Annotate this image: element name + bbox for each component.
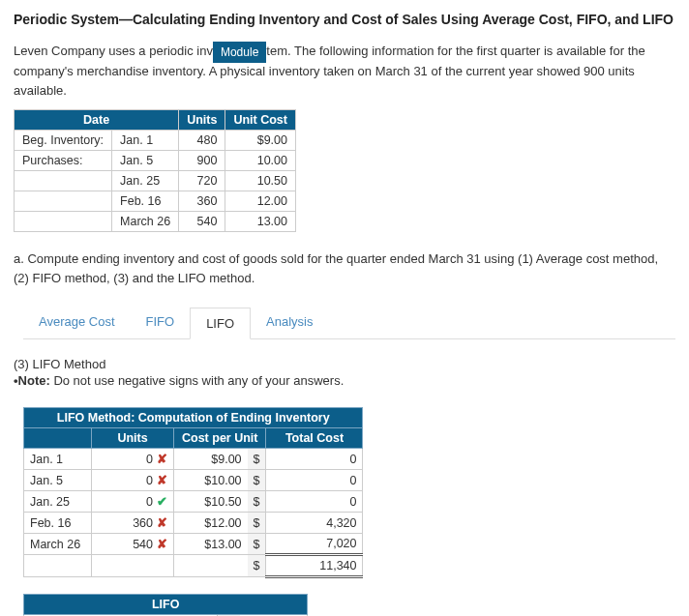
table-row: Beg. Inventory: Jan. 1 480 $9.00	[15, 131, 296, 151]
total-input[interactable]: 0	[266, 449, 363, 470]
col-unit-cost: Unit Cost	[225, 110, 296, 131]
table-row: Jan. 25 720 10.50	[15, 171, 296, 191]
intro-paragraph: Leven Company uses a periodic invModulet…	[14, 41, 675, 100]
units-input[interactable]: 540✘	[92, 534, 174, 555]
section-heading: (3) LIFO Method	[14, 357, 675, 371]
x-icon: ✘	[157, 538, 167, 551]
table-row: Jan. 5 0✘ $10.00 $ 0	[24, 470, 363, 491]
task-text: a. Compute ending inventory and cost of …	[14, 249, 675, 287]
note-text: •Note: Do not use negative signs with an…	[14, 373, 675, 388]
tab-fifo[interactable]: FIFO	[131, 307, 191, 338]
intro-before: Leven Company uses a periodic inv	[14, 44, 213, 58]
total-input[interactable]: 0	[266, 470, 363, 491]
table-row: Feb. 16 360✘ $12.00 $ 4,320	[24, 513, 363, 534]
units-input[interactable]: 0✘	[92, 449, 174, 470]
x-icon: ✘	[157, 516, 167, 530]
tab-lifo[interactable]: LIFO	[190, 308, 251, 339]
total-input[interactable]: 7,020	[266, 534, 363, 555]
x-icon: ✘	[157, 474, 167, 487]
check-icon: ✔	[157, 495, 167, 509]
sum-title: LIFO	[24, 595, 308, 615]
table-row: Jan. 25 0✔ $10.50 $ 0	[24, 491, 363, 513]
tab-analysis[interactable]: Analysis	[251, 307, 328, 338]
inventory-table: Date Units Unit Cost Beg. Inventory: Jan…	[14, 109, 296, 232]
total-input[interactable]: 4,320	[266, 513, 363, 534]
units-input[interactable]: 0✘	[92, 470, 174, 491]
tab-average-cost[interactable]: Average Cost	[23, 307, 131, 338]
method-tabs: Average Cost FIFO LIFO Analysis	[23, 307, 675, 339]
lifo-summary-table: LIFO Cost of goods available for sale $ …	[23, 594, 308, 616]
col-cpu: Cost per Unit	[174, 428, 266, 449]
units-input[interactable]: 0✔	[92, 491, 174, 513]
units-input[interactable]: 360✘	[92, 513, 174, 534]
table-row: Purchases: Jan. 5 900 10.00	[15, 151, 296, 171]
col-date: Date	[15, 110, 179, 131]
total-input[interactable]: 0	[266, 491, 363, 513]
total-row: $ 11,340	[24, 555, 363, 577]
grand-total[interactable]: 11,340	[266, 555, 363, 577]
lifo-computation-table: LIFO Method: Computation of Ending Inven…	[23, 407, 363, 578]
col-units: Units	[179, 110, 225, 131]
col-total: Total Cost	[266, 428, 363, 449]
module-badge[interactable]: Module	[213, 42, 266, 63]
x-icon: ✘	[157, 453, 167, 466]
comp-title: LIFO Method: Computation of Ending Inven…	[24, 408, 363, 428]
table-row: March 26 540✘ $13.00 $ 7,020	[24, 534, 363, 555]
page-title: Periodic System—Calculating Ending Inven…	[14, 12, 675, 27]
col-units: Units	[92, 428, 174, 449]
table-row: Feb. 16 360 12.00	[15, 191, 296, 212]
table-row: March 26 540 13.00	[15, 212, 296, 232]
table-row: Jan. 1 0✘ $9.00 $ 0	[24, 449, 363, 470]
